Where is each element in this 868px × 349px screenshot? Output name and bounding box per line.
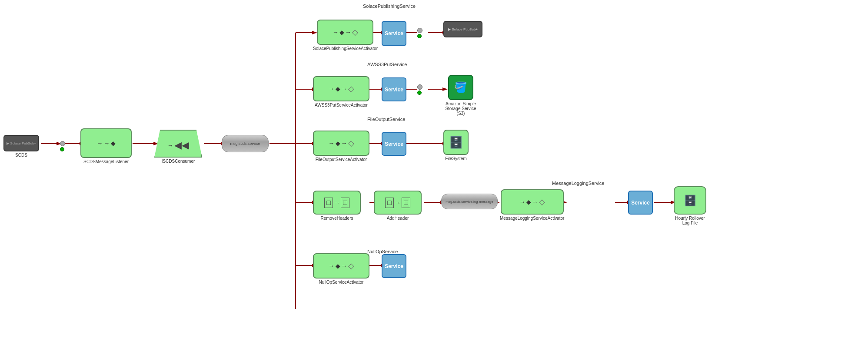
solace-green-dot (417, 34, 422, 38)
flow-symbols-removeheaders: □ → □ (324, 198, 349, 208)
aws-s3-node[interactable]: 🪣 Amazon Simple Storage Service (S3) (443, 75, 478, 116)
nullop-service-node[interactable]: Service (382, 254, 406, 278)
scds-dot (60, 141, 65, 146)
fileoutput-activator-node[interactable]: →◆→◇ FileOutputServiceActivator (313, 131, 369, 162)
main-canvas: ▶ Solace PubSub+ SCDS →→◆ SCDSMessageLis… (0, 0, 868, 349)
hourly-log-icon: 🗄️ (674, 186, 706, 215)
solace-target-box[interactable]: ▶ Solace PubSub+ (443, 21, 482, 37)
nullop-service-label: Service (385, 263, 403, 269)
scds-label: SCDS (15, 153, 27, 158)
flow-symbols-solace: →◆→◇ (333, 27, 358, 37)
awss3-service-box[interactable]: Service (382, 77, 406, 101)
remove-headers-box[interactable]: □ → □ (313, 191, 361, 215)
solace-service-box[interactable]: Service (382, 21, 406, 46)
iscds-consumer-node[interactable]: →◀◀ ISCDSConsumer (154, 130, 202, 164)
solace-activator-node[interactable]: →◆→◇ SolacePublishingServiceActivator (313, 20, 378, 51)
filesystem-icon: 🗄️ (443, 130, 469, 155)
remove-headers-label: RemoveHeaders (320, 216, 353, 221)
solace-service-label: Service (385, 30, 403, 37)
fileoutput-service-box[interactable]: Service (382, 132, 406, 156)
nullop-activator-label: NullOpServiceActivator (319, 280, 364, 285)
log-message-pipe-label: msg.scds.service.log-message (446, 200, 493, 204)
solace-gray-dot (417, 28, 422, 33)
awss3-service-label: Service (385, 87, 403, 93)
fileoutput-activator-box[interactable]: →◆→◇ (313, 131, 369, 156)
solace-target-label: ▶ Solace PubSub+ (448, 27, 478, 31)
flow-symbols-msglogging: →◆→◇ (519, 197, 545, 207)
add-header-box[interactable]: □ → □ (374, 191, 422, 215)
add-header-label: AddHeader (387, 216, 409, 221)
fileoutput-activator-label: FileOutputServiceActivator (316, 157, 367, 162)
awss3-green-dot (417, 91, 422, 95)
fileoutput-title: FileOutputService (367, 117, 405, 122)
solace-target-node[interactable]: ▶ Solace PubSub+ (443, 21, 482, 37)
msglogging-service-label: Service (631, 200, 650, 206)
msglogging-activator-box[interactable]: →◆→◇ (501, 189, 564, 215)
scds-message-listener-node[interactable]: →→◆ SCDSMessageListener (80, 128, 132, 164)
flow-symbols-2: →◀◀ (167, 140, 189, 151)
aws-s3-icon: 🪣 (448, 75, 473, 100)
msg-scds-service-label: msg.scds.service (230, 141, 260, 146)
flow-arrows (0, 0, 868, 349)
flow-symbols-fileoutput: →◆→◇ (329, 138, 354, 148)
remove-headers-node[interactable]: □ → □ RemoveHeaders (313, 191, 361, 221)
awss3-gray-dot (417, 84, 422, 90)
solace-activator-box[interactable]: →◆→◇ (317, 20, 373, 45)
awss3-activator-label: AWSS3PutServiceActivator (315, 103, 368, 107)
hourly-log-label: Hourly Rollover Log File (672, 216, 708, 225)
scds-node[interactable]: ▶ Solace PubSub+ SCDS (3, 135, 39, 158)
awss3-title: AWSS3PutService (367, 62, 407, 67)
filesystem-node[interactable]: 🗄️ FileSystem (443, 130, 469, 161)
log-message-pipe-node[interactable]: msg.scds.service.log-message (441, 194, 498, 209)
awss3-activator-node[interactable]: →◆→◇ AWSS3PutServiceActivator (313, 76, 369, 107)
msg-scds-service-pipe[interactable]: msg.scds.service (222, 135, 269, 152)
msglogging-title: MessageLoggingService (552, 181, 604, 186)
add-header-node[interactable]: □ → □ AddHeader (374, 191, 422, 221)
scds-message-listener-label: SCDSMessageListener (83, 159, 129, 164)
solace-publishing-title: SolacePublishingService (363, 3, 416, 9)
hourly-log-node[interactable]: 🗄️ Hourly Rollover Log File (672, 186, 708, 225)
scds-green-dot (60, 147, 64, 151)
nullop-activator-node[interactable]: →◆→◇ NullOpServiceActivator (313, 253, 369, 285)
fileoutput-service-label: Service (385, 141, 403, 147)
scds-box[interactable]: ▶ Solace PubSub+ (3, 135, 39, 151)
msglogging-service-box[interactable]: Service (628, 191, 653, 215)
nullop-service-box[interactable]: Service (382, 254, 406, 278)
msg-scds-service-node[interactable]: msg.scds.service (222, 135, 269, 152)
filesystem-label: FileSystem (445, 156, 466, 161)
nullop-activator-box[interactable]: →◆→◇ (313, 253, 369, 279)
nullop-title: NullOpService (367, 249, 398, 254)
fileoutput-service-node[interactable]: Service (382, 132, 406, 156)
flow-symbols-1: →→◆ (97, 140, 116, 147)
awss3-service-node[interactable]: Service (382, 77, 406, 101)
scds-message-listener-box[interactable]: →→◆ (80, 128, 132, 158)
msglogging-activator-node[interactable]: →◆→◇ MessageLoggingServiceActivator (500, 189, 564, 221)
log-message-pipe[interactable]: msg.scds.service.log-message (441, 194, 498, 209)
awss3-activator-box[interactable]: →◆→◇ (313, 76, 369, 101)
aws-s3-label: Amazon Simple Storage Service (S3) (443, 101, 478, 116)
iscds-consumer-label: ISCDSConsumer (162, 159, 195, 164)
solace-activator-label: SolacePublishingServiceActivator (313, 46, 378, 51)
flow-symbols-awss3: →◆→◇ (329, 84, 354, 94)
msglogging-service-node[interactable]: Service (628, 191, 653, 215)
scds-icon: ▶ Solace PubSub+ (7, 141, 36, 145)
iscds-consumer-box[interactable]: →◀◀ (154, 130, 202, 158)
msglogging-activator-label: MessageLoggingServiceActivator (500, 216, 564, 221)
solace-service-node[interactable]: Service (382, 21, 406, 46)
flow-symbols-addheader: □ → □ (385, 198, 410, 208)
flow-symbols-nullop: →◆→◇ (329, 261, 354, 271)
